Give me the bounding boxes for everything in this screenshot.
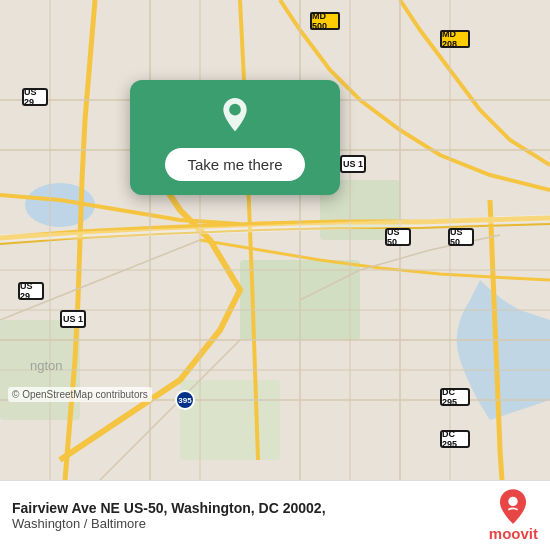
us50-badge-r2: US 50 (448, 228, 474, 246)
dc295-badge: DC 295 (440, 388, 470, 406)
i395-badge: 395 (175, 390, 195, 410)
address-block: Fairview Ave NE US-50, Washington, DC 20… (12, 500, 326, 531)
svg-rect-5 (180, 380, 280, 460)
moovit-logo: moovit (489, 489, 538, 542)
us29-badge-tl: US 29 (22, 88, 48, 106)
moovit-pin-icon (499, 489, 527, 525)
address-line: Fairview Ave NE US-50, Washington, DC 20… (12, 500, 326, 516)
md208-badge: MD 208 (440, 30, 470, 48)
svg-text:ngton: ngton (30, 358, 63, 373)
map-container: ngton Take me there US 29 MD 500 MD 208 … (0, 0, 550, 480)
us50-badge-r: US 50 (385, 228, 411, 246)
dc295-badge2: DC 295 (440, 430, 470, 448)
osm-attribution: © OpenStreetMap contributors (8, 387, 152, 402)
city-line: Washington / Baltimore (12, 516, 326, 531)
svg-point-8 (509, 497, 518, 506)
us1-badge-mid: US 1 (340, 155, 366, 173)
md500-badge: MD 500 (310, 12, 340, 30)
us29-badge-bl: US 29 (18, 282, 44, 300)
take-me-there-button[interactable]: Take me there (165, 148, 304, 181)
moovit-brand-text: moovit (489, 525, 538, 542)
location-card: Take me there (130, 80, 340, 195)
location-pin-icon (215, 98, 255, 138)
svg-point-7 (229, 104, 241, 116)
us1-badge-bl: US 1 (60, 310, 86, 328)
info-bar: Fairview Ave NE US-50, Washington, DC 20… (0, 480, 550, 550)
